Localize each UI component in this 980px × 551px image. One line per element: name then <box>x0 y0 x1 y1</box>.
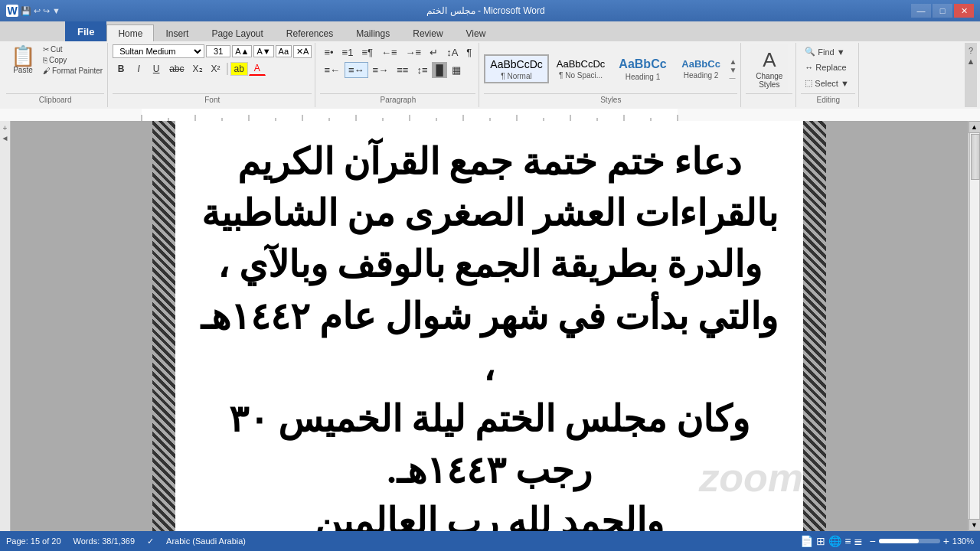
select-label: Select <box>815 79 838 88</box>
ruler <box>0 109 980 121</box>
find-button[interactable]: 🔍 Find ▼ <box>801 44 848 59</box>
tab-mailings[interactable]: Mailings <box>345 24 401 41</box>
zoom-control[interactable]: − + 130% <box>869 535 974 547</box>
statusbar: Page: 15 of 20 Words: 38/1,369 ✓ Arabic … <box>0 531 980 551</box>
sort-button[interactable]: ↕A <box>443 44 462 60</box>
qa-save-icon[interactable]: 💾 <box>21 6 31 16</box>
copy-icon: ⎘ <box>43 56 47 64</box>
font-name-select[interactable]: Sultan Medium <box>113 44 204 58</box>
close-button[interactable]: ✕ <box>954 4 974 18</box>
replace-button[interactable]: ↔ Replace <box>801 60 850 74</box>
clear-format-button[interactable]: ✕A <box>293 45 312 58</box>
increase-indent-button[interactable]: →≡ <box>402 44 426 60</box>
bullets-button[interactable]: ≡• <box>320 44 337 60</box>
subscript-button[interactable]: X₂ <box>189 62 207 76</box>
zoom-in-button[interactable]: + <box>943 535 949 547</box>
underline-button[interactable]: U <box>148 62 165 76</box>
left-scrollbar: + ◄ <box>0 121 11 531</box>
find-label: Find <box>818 47 834 57</box>
scroll-left-icon[interactable]: ◄ <box>2 134 9 142</box>
qa-dropdown-icon[interactable]: ▼ <box>52 6 60 15</box>
style-heading2-preview: AaBbCc <box>681 58 720 71</box>
line-spacing-button[interactable]: ↕≡ <box>413 62 431 78</box>
ribbon-minimize-icon[interactable]: ▲ <box>967 57 975 66</box>
zoom-bar <box>879 539 940 543</box>
replace-label: Replace <box>815 63 846 72</box>
maximize-button[interactable]: □ <box>933 4 952 18</box>
grow-font-button[interactable]: A▲ <box>232 45 252 57</box>
align-center-button[interactable]: ≡↔ <box>345 62 368 78</box>
style-nospace-label: ¶ No Spaci... <box>559 71 603 80</box>
help-icon[interactable]: ? <box>969 46 973 55</box>
select-icon: ⬚ <box>805 78 812 88</box>
arabic-line-1: دعاء ختم ختمة جمع القرآن الكريم <box>191 136 788 187</box>
superscript-button[interactable]: X² <box>207 62 224 76</box>
outline-view-button[interactable]: ≡ <box>844 535 851 547</box>
strikethrough-button[interactable]: abc <box>165 62 188 76</box>
font-size-input[interactable] <box>206 45 230 57</box>
font-color-button[interactable]: A <box>249 61 266 76</box>
scroll-thumb[interactable] <box>971 134 980 180</box>
document-area: + ◄ دعاء ختم ختمة جمع القرآن الكريم بالق… <box>0 121 980 531</box>
change-styles-group-label <box>746 93 792 106</box>
justify-button[interactable]: ≡≡ <box>393 62 412 78</box>
web-layout-button[interactable]: 🌐 <box>828 535 841 547</box>
left-border-decoration <box>152 121 175 531</box>
shrink-font-button[interactable]: A▼ <box>253 45 273 57</box>
ribbon-content: 📋 Paste ✂ Cut ⎘ Copy 🖌 Format Painter <box>0 41 980 109</box>
zoom-out-button[interactable]: − <box>869 535 875 547</box>
change-styles-button[interactable]: A Change Styles <box>750 44 788 93</box>
style-heading2[interactable]: AaBbCc Heading 2 <box>675 55 728 83</box>
full-screen-button[interactable]: ⊞ <box>816 535 825 547</box>
scroll-down-button[interactable]: ▼ <box>969 519 981 531</box>
style-heading1[interactable]: AaBbCc Heading 1 <box>612 54 672 84</box>
arabic-line-5: وكان مجلس الختم ليلة الخميس ٣٠ <box>191 393 788 445</box>
show-hide-button[interactable]: ¶ <box>462 44 475 60</box>
print-layout-button[interactable]: 📄 <box>800 535 813 547</box>
zoom-in-icon[interactable]: + <box>3 124 8 132</box>
copy-button[interactable]: ⎘ Copy <box>41 55 104 65</box>
style-normal[interactable]: AaBbCcDc ¶ Normal <box>484 54 548 83</box>
language-info[interactable]: Arabic (Saudi Arabia) <box>166 536 246 546</box>
arabic-line-2: بالقراءات العشر الصغرى من الشاطبية <box>191 187 788 239</box>
cut-icon: ✂ <box>43 45 49 54</box>
highlight-button[interactable]: ab <box>230 62 248 76</box>
scroll-up-button[interactable]: ▲ <box>969 121 981 133</box>
tab-review[interactable]: Review <box>401 24 454 41</box>
format-painter-icon: 🖌 <box>43 67 51 75</box>
zoom-level[interactable]: 130% <box>952 536 974 546</box>
tab-references[interactable]: References <box>275 24 345 41</box>
right-scrollbar[interactable]: ▲ ▼ <box>968 121 980 531</box>
tab-view[interactable]: View <box>455 24 498 41</box>
align-right-button[interactable]: ≡→ <box>369 62 393 78</box>
rtl-button[interactable]: ↵ <box>426 44 442 60</box>
qa-undo-icon[interactable]: ↩ <box>34 6 41 16</box>
styles-label: Styles <box>484 93 737 106</box>
borders-button[interactable]: ▦ <box>448 62 465 78</box>
change-case-button[interactable]: Aa <box>276 45 292 57</box>
align-left-button[interactable]: ≡← <box>320 62 344 78</box>
bold-button[interactable]: B <box>113 62 129 76</box>
italic-button[interactable]: I <box>130 62 147 76</box>
scroll-track[interactable] <box>969 133 980 519</box>
tab-insert[interactable]: Insert <box>154 24 200 41</box>
shading-button[interactable]: █ <box>432 62 446 78</box>
tab-page-layout[interactable]: Page Layout <box>200 24 274 41</box>
decrease-indent-button[interactable]: ←≡ <box>377 44 401 60</box>
paste-button[interactable]: 📋 Paste <box>6 44 40 76</box>
style-nospace[interactable]: AaBbCcDc ¶ No Spaci... <box>550 55 612 83</box>
select-button[interactable]: ⬚ Select ▼ <box>801 76 852 90</box>
qa-redo-icon[interactable]: ↪ <box>43 6 50 16</box>
tab-home[interactable]: Home <box>106 24 154 41</box>
numbering-button[interactable]: ≡1 <box>338 44 358 60</box>
multilevel-button[interactable]: ≡¶ <box>358 44 377 60</box>
cut-button[interactable]: ✂ Cut <box>41 44 104 54</box>
arabic-line-7: والحمد لله رب العالمين <box>191 496 788 531</box>
find-dropdown-icon: ▼ <box>837 47 845 57</box>
document-content[interactable]: دعاء ختم ختمة جمع القرآن الكريم بالقراءا… <box>152 121 826 531</box>
format-painter-button[interactable]: 🖌 Format Painter <box>41 66 104 76</box>
draft-view-button[interactable]: ≣ <box>854 535 863 547</box>
styles-more-button[interactable]: ▲ ▼ — <box>730 57 737 81</box>
minimize-button[interactable]: — <box>911 4 931 18</box>
tab-file[interactable]: File <box>65 21 106 41</box>
